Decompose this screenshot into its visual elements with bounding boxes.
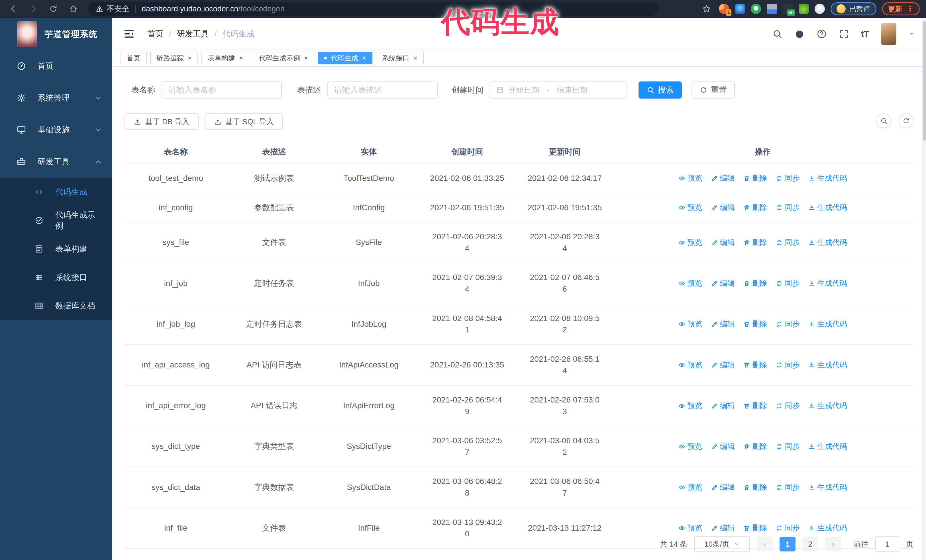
address-bar[interactable]: 不安全 dashboard.yudao.iocoder.cn/tool/code… xyxy=(88,2,658,16)
edit-link[interactable]: 编辑 xyxy=(711,400,735,411)
close-tab-icon[interactable]: × xyxy=(239,55,243,62)
user-avatar[interactable] xyxy=(881,23,896,45)
generate-code-link[interactable]: 生成代码 xyxy=(808,441,847,452)
eye-link[interactable]: 预览 xyxy=(678,360,702,371)
eye-link[interactable]: 预览 xyxy=(678,482,702,493)
sync-link[interactable]: 同步 xyxy=(776,523,800,533)
sync-link[interactable]: 同步 xyxy=(776,237,800,248)
sync-link[interactable]: 同步 xyxy=(776,441,800,452)
tab-item[interactable]: 代码生成× xyxy=(318,52,372,64)
next-page-button[interactable]: › xyxy=(825,537,841,551)
sync-link[interactable]: 同步 xyxy=(776,400,800,411)
sidebar-item-dashboard[interactable]: 首页 xyxy=(0,50,112,82)
tab-item[interactable]: 代码生成示例× xyxy=(253,52,314,64)
delete-link[interactable]: 删除 xyxy=(743,237,767,248)
delete-link[interactable]: 删除 xyxy=(743,482,767,493)
eye-link[interactable]: 预览 xyxy=(678,441,702,452)
goto-page-input[interactable] xyxy=(875,536,899,552)
generate-code-link[interactable]: 生成代码 xyxy=(808,319,847,329)
extension-icon-paw[interactable] xyxy=(815,4,825,14)
profile-paused-badge[interactable]: 已暂停 xyxy=(831,2,876,15)
help-button[interactable] xyxy=(817,29,827,39)
delete-link[interactable]: 删除 xyxy=(743,441,767,452)
font-size-button[interactable]: tT xyxy=(861,29,869,39)
extension-icon-grid[interactable] xyxy=(767,4,777,14)
generate-code-link[interactable]: 生成代码 xyxy=(808,202,847,213)
close-tab-icon[interactable]: × xyxy=(188,55,192,62)
breadcrumb-item-devtools[interactable]: 研发工具 xyxy=(177,29,209,39)
generate-code-link[interactable]: 生成代码 xyxy=(808,237,847,248)
delete-link[interactable]: 删除 xyxy=(743,173,767,184)
generate-code-link[interactable]: 生成代码 xyxy=(808,523,847,533)
sync-link[interactable]: 同步 xyxy=(776,360,800,371)
date-range-picker[interactable]: 开始日期 - 结束日期 xyxy=(490,82,627,98)
sync-link[interactable]: 同步 xyxy=(776,319,800,329)
table-desc-input[interactable] xyxy=(327,82,438,98)
sidebar-item-gear[interactable]: 系统管理 xyxy=(0,82,112,114)
refresh-table-button[interactable] xyxy=(899,113,914,128)
edit-link[interactable]: 编辑 xyxy=(711,173,735,184)
scrollbar-thumb[interactable] xyxy=(923,21,926,141)
search-button[interactable]: 搜索 xyxy=(639,82,682,98)
fullscreen-button[interactable] xyxy=(839,29,849,39)
eye-link[interactable]: 预览 xyxy=(678,319,702,329)
extension-icon-green[interactable] xyxy=(799,4,809,14)
edit-link[interactable]: 编辑 xyxy=(711,360,735,371)
collapse-sidebar-button[interactable] xyxy=(123,28,135,40)
eye-link[interactable]: 预览 xyxy=(678,400,702,411)
app-logo[interactable]: 芋道管理系统 xyxy=(0,18,112,50)
browser-home-button[interactable] xyxy=(67,2,80,15)
sidebar-subitem-form[interactable]: 表单构建 xyxy=(0,235,112,263)
sidebar-item-toolbox[interactable]: 研发工具 xyxy=(0,146,112,178)
sidebar-subitem-api[interactable]: 系统接口 xyxy=(0,263,112,292)
github-link[interactable] xyxy=(794,29,805,39)
generate-code-link[interactable]: 生成代码 xyxy=(808,400,847,411)
header-search-button[interactable] xyxy=(772,29,782,39)
close-tab-icon[interactable]: × xyxy=(304,55,308,62)
sidebar-subitem-database[interactable]: 数据库文档 xyxy=(0,292,112,320)
edit-link[interactable]: 编辑 xyxy=(711,237,735,248)
generate-code-link[interactable]: 生成代码 xyxy=(808,482,847,493)
sync-link[interactable]: 同步 xyxy=(776,202,800,213)
prev-page-button[interactable]: ‹ xyxy=(757,537,773,551)
sidebar-item-infrastructure[interactable]: 基础设施 xyxy=(0,114,112,146)
delete-link[interactable]: 删除 xyxy=(743,202,767,213)
sync-link[interactable]: 同步 xyxy=(776,278,800,289)
table-name-input[interactable] xyxy=(162,82,282,98)
browser-forward-button[interactable] xyxy=(27,2,40,15)
edit-link[interactable]: 编辑 xyxy=(711,441,735,452)
extension-icon-dark[interactable]: on xyxy=(783,4,793,14)
eye-link[interactable]: 预览 xyxy=(678,523,702,533)
delete-link[interactable]: 删除 xyxy=(743,360,767,371)
end-date-placeholder[interactable]: 结束日期 xyxy=(557,85,587,95)
user-menu-button[interactable] xyxy=(908,30,915,37)
generate-code-link[interactable]: 生成代码 xyxy=(808,278,847,289)
import-db-button[interactable]: 基于 DB 导入 xyxy=(124,113,198,130)
sidebar-subitem-example-check[interactable]: 代码生成示例 xyxy=(0,206,112,235)
edit-link[interactable]: 编辑 xyxy=(711,278,735,289)
toggle-search-button[interactable] xyxy=(876,113,891,128)
generate-code-link[interactable]: 生成代码 xyxy=(808,360,847,371)
import-sql-button[interactable]: 基于 SQL 导入 xyxy=(205,113,283,130)
delete-link[interactable]: 删除 xyxy=(743,278,767,289)
sync-link[interactable]: 同步 xyxy=(776,482,800,493)
sync-link[interactable]: 同步 xyxy=(776,173,800,184)
security-indicator[interactable]: 不安全 xyxy=(96,4,130,14)
close-tab-icon[interactable]: × xyxy=(362,55,366,62)
browser-menu-kebab-icon[interactable]: ⋮ xyxy=(906,6,914,11)
breadcrumb-item-home[interactable]: 首页 xyxy=(147,29,163,39)
browser-back-button[interactable] xyxy=(7,2,20,15)
generate-code-link[interactable]: 生成代码 xyxy=(808,173,847,184)
sidebar-subitem-code[interactable]: 代码生成 xyxy=(0,178,112,206)
edit-link[interactable]: 编辑 xyxy=(711,202,735,213)
extension-icon-orange[interactable]: 1 xyxy=(719,4,729,14)
extension-icon-green-check[interactable] xyxy=(751,4,761,14)
start-date-placeholder[interactable]: 开始日期 xyxy=(508,85,539,95)
eye-link[interactable]: 预览 xyxy=(678,202,702,213)
tab-item[interactable]: 系统接口× xyxy=(376,52,424,64)
bookmark-star-button[interactable] xyxy=(700,2,713,15)
browser-reload-button[interactable] xyxy=(47,2,60,15)
tab-item[interactable]: 表单构建× xyxy=(201,52,249,64)
edit-link[interactable]: 编辑 xyxy=(711,482,735,493)
reset-button[interactable]: 重置 xyxy=(691,82,735,98)
